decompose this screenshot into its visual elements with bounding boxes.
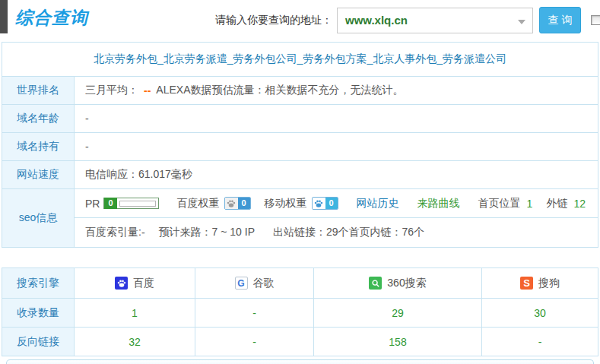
pagerank-value: 0 xyxy=(104,198,116,209)
estimated-traffic: 预计来路：7 ~ 10 IP xyxy=(159,226,255,239)
site-history-link[interactable]: 网站历史 xyxy=(357,197,399,210)
pagerank-bar: 0 xyxy=(103,198,158,209)
outlink-label: 外链 xyxy=(546,197,567,210)
mobile-paw-icon xyxy=(313,198,325,209)
table-row-domain-age: 域名年龄 - xyxy=(2,104,598,132)
engines-header-row: 搜索引擎 百度 G 谷歌 360搜索 S 搜狗 xyxy=(2,268,598,298)
indexed-360: 29 xyxy=(313,299,481,327)
mobile-weight-label: 移动权重 xyxy=(265,197,307,210)
table-row-seo: seo信息 PR 0 百度权重 0 xyxy=(2,188,598,247)
row-label-domain-age: 域名年龄 xyxy=(2,105,75,132)
backlinks-360: 158 xyxy=(313,328,481,356)
360-magnifier-icon xyxy=(369,277,382,290)
next-section-edge xyxy=(6,359,594,364)
query-button[interactable]: 查 询 xyxy=(539,7,581,33)
backlinks-baidu: 32 xyxy=(75,328,195,356)
baidu-paw-icon xyxy=(225,198,238,209)
row-label-engines: 搜索引擎 xyxy=(2,268,75,298)
mobile-weight-value: 0 xyxy=(325,198,338,209)
engine-cell-google: G 谷歌 xyxy=(195,268,313,298)
sogou-s-icon: S xyxy=(520,277,533,290)
row-label-domain-holder: 域名持有 xyxy=(2,133,75,160)
row-label-indexed: 收录数量 xyxy=(2,299,75,327)
address-input[interactable] xyxy=(338,8,509,33)
site-title-row: 北京劳务外包_北京劳务派遣_劳务外包公司_劳务外包方案_北京人事外包_劳务派遣公… xyxy=(2,43,598,76)
seo-line-2: 百度索引量: - 预计来路：7 ~ 10 IP 出站链接：29个首页内链：76个 xyxy=(75,218,598,247)
address-label: 请输入你要查询的地址： xyxy=(215,14,332,27)
baidu-weight-value: 0 xyxy=(238,198,250,209)
google-g-icon: G xyxy=(235,277,248,290)
engine-cell-baidu: 百度 xyxy=(75,268,195,298)
domain-holder-value: - xyxy=(75,133,598,160)
seo-line-1: PR 0 百度权重 0 移动权重 xyxy=(75,189,598,218)
backlinks-google: - xyxy=(195,328,313,356)
site-title-link[interactable]: 北京劳务外包_北京劳务派遣_劳务外包公司_劳务外包方案_北京人事外包_劳务派遣公… xyxy=(94,52,506,66)
backlinks-row: 反向链接 32 - 158 - xyxy=(2,327,598,356)
domain-age-value: - xyxy=(75,105,598,132)
row-label-backlinks: 反向链接 xyxy=(2,328,75,356)
row-label-seo: seo信息 xyxy=(2,189,75,247)
site-speed-value: 电信响应：61.017毫秒 xyxy=(75,161,598,188)
baidu-weight-label: 百度权重 xyxy=(177,197,220,210)
outlink-value: 12 xyxy=(573,198,586,210)
address-input-wrap xyxy=(337,8,533,33)
engine-name: 360搜索 xyxy=(387,277,426,290)
row-label-site-speed: 网站速度 xyxy=(2,161,75,188)
dropdown-caret-icon[interactable] xyxy=(518,20,525,24)
home-position-label: 首页位置 xyxy=(478,197,521,210)
seo-content: PR 0 百度权重 0 移动权重 xyxy=(75,189,598,247)
home-position-value: 1 xyxy=(527,198,533,210)
indexed-count-row: 收录数量 1 - 29 30 xyxy=(2,298,598,327)
toolbar: 综合查询 请输入你要查询的地址： 查 询 xyxy=(0,0,600,42)
world-rank-suffix: ALEXA数据预估流量：相关数据不充分，无法统计。 xyxy=(156,84,403,97)
outbound-links: 出站链接：29个首页内链：76个 xyxy=(273,226,424,239)
pr-label: PR xyxy=(85,198,100,210)
engine-name: 百度 xyxy=(133,277,154,290)
mobile-weight-badge[interactable]: 0 xyxy=(312,197,338,210)
engine-cell-sogou: S 搜狗 xyxy=(481,268,598,298)
indexed-baidu: 1 xyxy=(75,299,195,327)
indexed-google: - xyxy=(195,299,313,327)
engine-name: 搜狗 xyxy=(538,277,560,290)
engine-name: 谷歌 xyxy=(253,277,275,290)
world-rank-prefix: 三月平均： xyxy=(85,84,138,97)
backlinks-sogou: - xyxy=(481,328,598,356)
indexed-sogou: 30 xyxy=(481,299,598,327)
world-rank-missing: -- xyxy=(144,84,151,97)
site-info-table: 北京劳务外包_北京劳务派遣_劳务外包公司_劳务外包方案_北京人事外包_劳务派遣公… xyxy=(2,42,598,248)
baidu-index-value: - xyxy=(141,226,145,239)
checkbox[interactable] xyxy=(591,15,600,25)
row-label-world-rank: 世界排名 xyxy=(2,77,75,104)
world-rank-value: 三月平均： -- ALEXA数据预估流量：相关数据不充分，无法统计。 xyxy=(75,77,598,104)
engine-cell-360: 360搜索 xyxy=(313,268,481,298)
traffic-curve-link[interactable]: 来路曲线 xyxy=(417,197,460,210)
search-area: 请输入你要查询的地址： 查 询 xyxy=(215,7,600,33)
baidu-paw-icon xyxy=(115,277,128,290)
table-row-site-speed: 网站速度 电信响应：61.017毫秒 xyxy=(2,160,598,188)
title-accent-bar xyxy=(0,0,8,33)
table-row-domain-holder: 域名持有 - xyxy=(2,132,598,160)
pagerank-empty-track xyxy=(119,201,156,207)
page-title: 综合查询 xyxy=(15,6,88,30)
baidu-weight-badge[interactable]: 0 xyxy=(224,197,251,210)
table-row-world-rank: 世界排名 三月平均： -- ALEXA数据预估流量：相关数据不充分，无法统计。 xyxy=(2,76,598,104)
search-engines-table: 搜索引擎 百度 G 谷歌 360搜索 S 搜狗 xyxy=(2,267,598,356)
baidu-index-label: 百度索引量: xyxy=(85,226,141,239)
